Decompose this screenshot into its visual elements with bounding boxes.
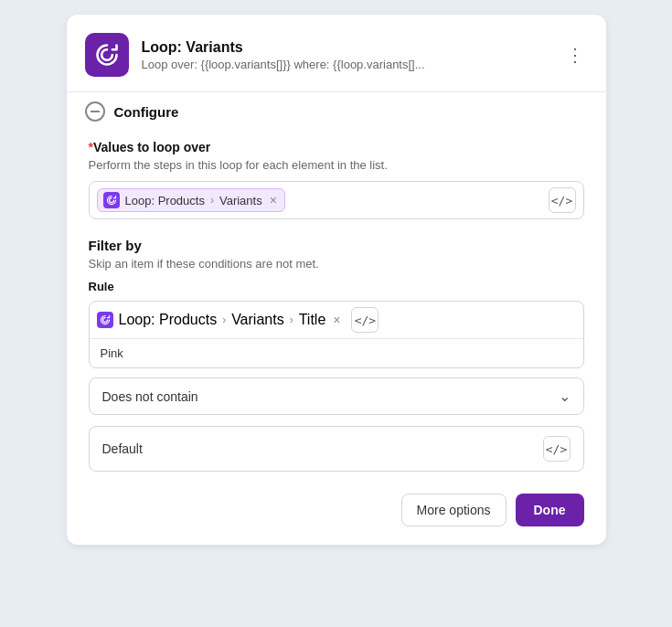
header: Loop: Variants Loop over: {{loop.variant…	[67, 15, 606, 91]
rule-arrow2: ›	[290, 314, 293, 326]
dropdown-value: Does not contain	[102, 389, 198, 404]
configure-header: Configure	[67, 91, 606, 133]
values-description: Perform the steps in this loop for each …	[89, 158, 584, 172]
tag-part2: Variants	[219, 194, 262, 207]
filter-section: Filter by Skip an item if these conditio…	[89, 238, 584, 472]
code-button[interactable]: </>	[549, 187, 576, 213]
values-tag[interactable]: Loop: Products › Variants ×	[97, 188, 285, 212]
more-options-button[interactable]: More options	[401, 494, 507, 526]
values-tag-input[interactable]: Loop: Products › Variants × </>	[89, 181, 584, 219]
main-card: Loop: Variants Loop over: {{loop.variant…	[67, 15, 606, 545]
default-value: Default	[102, 441, 143, 456]
rule-label: Rule	[89, 280, 584, 293]
configure-title: Configure	[114, 104, 179, 120]
tag-close-button[interactable]: ×	[270, 194, 277, 207]
footer: More options Done	[89, 490, 584, 526]
rule-part2: Variants	[231, 312, 284, 328]
rule-part1: Loop: Products	[119, 312, 218, 328]
header-title: Loop: Variants	[142, 39, 549, 56]
dropdown-arrow-icon: ⌄	[559, 388, 571, 405]
does-not-contain-dropdown[interactable]: Does not contain ⌄	[89, 377, 584, 415]
header-subtitle: Loop over: {{loop.variants[]}} where: {{…	[142, 58, 549, 71]
header-menu-button[interactable]: ⋮	[562, 42, 588, 68]
rule-part3: Title	[299, 312, 326, 328]
rule-tag-loop-icon	[97, 312, 113, 328]
rule-tag-block: Loop: Products › Variants › Title × </> …	[89, 301, 584, 368]
rule-tag-row[interactable]: Loop: Products › Variants › Title × </>	[90, 302, 583, 339]
tag-arrow: ›	[210, 194, 214, 207]
tag-loop-icon	[103, 192, 120, 208]
tag-part1: Loop: Products	[125, 194, 205, 207]
filter-description: Skip an item if these conditions are not…	[89, 257, 584, 271]
rule-arrow1: ›	[222, 314, 226, 326]
filter-label: Filter by	[89, 238, 584, 253]
rule-tag-close-button[interactable]: ×	[333, 314, 340, 326]
rule-code-button[interactable]: </>	[351, 307, 379, 333]
default-input[interactable]: Default </>	[89, 426, 584, 472]
done-button[interactable]: Done	[516, 494, 584, 526]
values-section: *Values to loop over Perform the steps i…	[89, 140, 584, 219]
collapse-icon[interactable]	[85, 101, 105, 122]
values-label: *Values to loop over	[89, 140, 584, 154]
header-text: Loop: Variants Loop over: {{loop.variant…	[142, 39, 549, 71]
loop-icon	[85, 33, 129, 77]
rule-value: Pink	[101, 346, 123, 360]
content-area: *Values to loop over Perform the steps i…	[67, 133, 606, 545]
default-code-button[interactable]: </>	[543, 436, 571, 462]
rule-value-row: Pink	[90, 339, 583, 367]
